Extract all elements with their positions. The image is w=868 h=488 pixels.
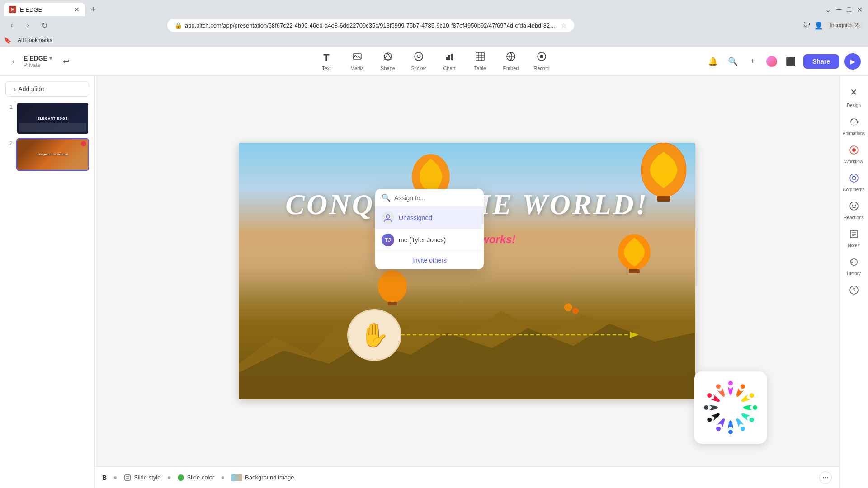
left-sidebar: + Add slide 1 ELEGANT EDGE 2	[0, 76, 95, 488]
design-panel-close[interactable]: ✕ Design	[841, 80, 867, 112]
svg-rect-10	[476, 52, 484, 61]
present-icon-button[interactable]: ⬛	[783, 54, 798, 69]
hand-sticker: ✋	[347, 309, 401, 361]
background-preview	[231, 474, 242, 481]
back-nav-button[interactable]: ‹	[5, 19, 18, 32]
tool-embed[interactable]: Embed	[496, 49, 525, 74]
separator-1	[114, 476, 117, 479]
more-options-button[interactable]: ···	[819, 471, 832, 484]
recording-indicator	[81, 141, 86, 146]
right-sidebar: ✕ Design Animations Workflow	[839, 76, 868, 488]
me-label: me (Tyler Jones)	[399, 236, 446, 244]
svg-point-44	[715, 383, 722, 389]
svg-point-32	[386, 215, 390, 218]
star-icon[interactable]: ☆	[561, 22, 567, 29]
undo-button[interactable]: ↩	[59, 54, 74, 69]
me-option[interactable]: TJ me (Tyler Jones)	[375, 229, 484, 251]
background-image-item[interactable]: Background image	[231, 474, 294, 481]
svg-point-33	[728, 381, 733, 385]
add-button[interactable]: +	[745, 54, 760, 69]
slide-item-2[interactable]: 2 CONQUER THE WORLD!	[5, 138, 89, 171]
tab-controls: ⌄ ─ □ ✕	[823, 4, 868, 16]
extension-icon[interactable]: 🛡	[803, 21, 811, 29]
assign-dropdown: 🔍 Unassigned TJ me (Tyler	[375, 189, 484, 269]
tab-dropdown-icon[interactable]: ⌄	[823, 4, 833, 16]
back-button[interactable]: ‹	[7, 55, 20, 68]
sticker-tool-icon	[414, 52, 424, 64]
play-button[interactable]: ▶	[844, 53, 861, 70]
history-icon	[849, 257, 859, 269]
workflow-panel-button[interactable]: Workflow	[841, 141, 867, 168]
slide-thumb-1[interactable]: ELEGANT EDGE	[16, 102, 89, 135]
comments-panel-button[interactable]: Comments	[841, 169, 867, 196]
invite-others-button[interactable]: Invite others	[375, 251, 484, 269]
share-button[interactable]: Share	[803, 54, 839, 69]
url-text: app.pitch.com/app/presentation/58f67c22-…	[185, 22, 558, 29]
slide-background: CONQUER THE WORLD! Design that works! ✋	[239, 143, 695, 399]
profile-icon[interactable]: 👤	[814, 21, 823, 30]
search-button[interactable]: 🔍	[726, 54, 740, 69]
avatar-group	[765, 55, 778, 68]
canvas-wrapper: CONQUER THE WORLD! Design that works! ✋	[95, 76, 839, 466]
tool-shape[interactable]: Shape	[373, 49, 402, 74]
svg-point-55	[854, 205, 855, 206]
svg-point-6	[420, 55, 420, 56]
browser-tab[interactable]: E E EDGE ✕	[4, 3, 85, 16]
history-panel-button[interactable]: History	[841, 253, 867, 280]
app-toolbar: ‹ E EDGE ▾ Private ↩ T Text Media	[0, 47, 868, 76]
svg-point-50	[852, 148, 856, 152]
url-bar[interactable]: 🔒 app.pitch.com/app/presentation/58f67c2…	[167, 19, 574, 32]
slide-thumb-2[interactable]: CONQUER THE WORLD!	[16, 138, 89, 171]
bold-b-button[interactable]: B	[102, 474, 107, 481]
help-button[interactable]: ?	[841, 282, 867, 301]
bottom-bar: B Slide style Slide color Background ima…	[95, 466, 839, 488]
svg-point-51	[850, 174, 858, 182]
slide-style-item[interactable]: Slide style	[124, 474, 160, 481]
notes-icon	[849, 229, 859, 241]
bell-button[interactable]: 🔔	[706, 54, 720, 69]
maximize-icon[interactable]: □	[845, 4, 853, 15]
tool-record[interactable]: Record	[527, 49, 556, 74]
tab-title: E EDGE	[20, 6, 71, 13]
refresh-nav-button[interactable]: ↻	[38, 19, 51, 32]
tool-sticker[interactable]: Sticker	[404, 49, 433, 74]
separator-2	[168, 476, 170, 479]
assign-search-input[interactable]	[394, 194, 477, 202]
add-slide-button[interactable]: + Add slide	[5, 81, 89, 97]
toolbar-center: T Text Media Shape Sticker	[312, 49, 556, 74]
unassigned-option[interactable]: Unassigned	[375, 207, 484, 229]
tool-table[interactable]: Table	[466, 49, 495, 74]
tool-text[interactable]: T Text	[312, 49, 341, 74]
tool-media[interactable]: Media	[343, 49, 372, 74]
all-bookmarks-item[interactable]: All Bookmarks	[15, 36, 55, 44]
workflow-icon	[849, 145, 859, 157]
svg-point-43	[706, 392, 712, 399]
close-icon: ✕	[846, 83, 861, 101]
slide-color-label: Slide color	[187, 474, 214, 481]
minimize-icon[interactable]: ─	[835, 4, 843, 15]
notes-panel-button[interactable]: Notes	[841, 225, 867, 252]
assign-search-row: 🔍	[375, 189, 484, 207]
svg-point-54	[852, 205, 853, 206]
slide-color-item[interactable]: Slide color	[178, 474, 214, 481]
svg-rect-45	[125, 475, 130, 480]
slide2-thumbnail: CONQUER THE WORLD!	[17, 139, 88, 170]
tab-close-icon[interactable]: ✕	[74, 6, 80, 13]
project-name[interactable]: E EDGE ▾	[24, 55, 52, 62]
forward-nav-button[interactable]: ›	[22, 19, 34, 32]
slide-canvas[interactable]: CONQUER THE WORLD! Design that works! ✋	[239, 143, 695, 399]
slide-item-1[interactable]: 1 ELEGANT EDGE	[5, 102, 89, 135]
me-avatar: TJ	[382, 234, 394, 246]
dashed-arrow	[383, 328, 646, 342]
window-close-icon[interactable]: ✕	[855, 4, 864, 16]
embed-tool-label: Embed	[503, 66, 519, 71]
lock-icon: 🔒	[175, 22, 182, 29]
svg-point-18	[540, 55, 543, 58]
animations-icon	[849, 117, 859, 129]
reactions-panel-button[interactable]: Reactions	[841, 197, 867, 224]
tool-chart[interactable]: Chart	[435, 49, 464, 74]
new-tab-button[interactable]: +	[87, 3, 99, 16]
reactions-label: Reactions	[844, 215, 863, 220]
sticker-tool-label: Sticker	[411, 66, 426, 71]
animations-panel-button[interactable]: Animations	[841, 113, 867, 140]
